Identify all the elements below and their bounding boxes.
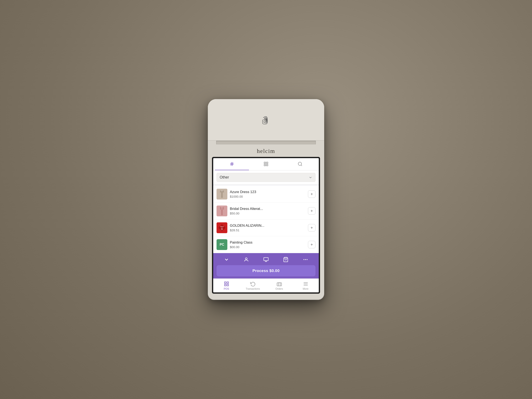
product-list: Azure Dress 123 $1000.00 + [213, 186, 319, 253]
hash-icon [229, 161, 234, 166]
pos-icon [224, 281, 229, 287]
product-info-golden: GOLDEN ALIZARIN... $28.51 [230, 224, 305, 232]
brand-label: helcim [208, 145, 324, 157]
svg-rect-9 [266, 164, 268, 166]
product-price-azure: $1000.00 [230, 195, 305, 198]
svg-rect-21 [264, 258, 268, 261]
product-name-golden: GOLDEN ALIZARIN... [230, 224, 305, 228]
painting-class-initials: PC [220, 243, 224, 247]
svg-line-5 [232, 162, 233, 166]
cart-button[interactable] [276, 256, 296, 263]
grid-icon [264, 161, 268, 166]
process-button[interactable]: Process $0.00 [216, 265, 316, 276]
more-menu-icon [303, 281, 308, 287]
golden-product-image: SALE 50% OFF [216, 222, 227, 233]
tab-search[interactable] [283, 158, 317, 170]
orders-icon [277, 281, 282, 287]
category-selected-label: Other [220, 175, 229, 180]
action-bar: Process $0.00 [213, 253, 319, 279]
product-thumbnail-bridal [216, 206, 227, 216]
svg-point-26 [305, 259, 306, 260]
app-container: Other [213, 158, 319, 292]
chevron-down-icon [224, 257, 229, 262]
transactions-icon [250, 281, 256, 287]
product-name-azure: Azure Dress 123 [230, 190, 305, 194]
product-name-bridal: Bridal Dress Alterat... [230, 207, 305, 211]
product-thumbnail-painting: PC [216, 239, 227, 250]
person-icon [244, 257, 249, 262]
collapse-button[interactable] [216, 256, 236, 263]
search-icon [298, 161, 303, 166]
product-thumbnail-golden: SALE 50% OFF [216, 222, 227, 233]
transactions-nav-label: Transactions [246, 287, 260, 290]
product-price-bridal: $50.00 [230, 212, 305, 215]
more-dots-icon [303, 257, 308, 262]
bottom-nav-pos[interactable]: POS [213, 280, 240, 291]
category-bar: Other [213, 171, 319, 184]
screen: Other [213, 158, 319, 292]
category-dropdown[interactable]: Other [216, 173, 316, 182]
screen-bezel: Other [212, 157, 320, 294]
chevron-down-icon [309, 176, 312, 179]
svg-rect-29 [227, 282, 228, 284]
svg-rect-28 [224, 282, 226, 284]
svg-line-4 [231, 162, 232, 166]
svg-point-10 [298, 162, 302, 165]
nfc-icon [256, 111, 276, 128]
svg-text:OFF: OFF [221, 229, 223, 230]
product-info-bridal: Bridal Dress Alterat... $50.00 [230, 207, 305, 215]
shopping-bag-icon [283, 257, 288, 262]
product-item[interactable]: Bridal Dress Alterat... $50.00 + [213, 203, 319, 219]
azure-dress-image [216, 189, 227, 200]
pos-nav-label: POS [224, 287, 229, 290]
product-price-golden: $28.51 [230, 228, 305, 232]
add-button-azure[interactable]: + [308, 190, 316, 198]
top-nav [213, 158, 319, 171]
add-button-golden[interactable]: + [308, 224, 316, 232]
bottom-nav-more[interactable]: More [292, 280, 319, 291]
bottom-nav-orders[interactable]: Orders [266, 280, 292, 291]
add-button-painting[interactable]: + [308, 241, 316, 248]
more-nav-label: More [303, 287, 308, 290]
svg-rect-6 [264, 162, 266, 164]
display-button[interactable] [256, 256, 276, 263]
tab-hash[interactable] [215, 158, 249, 170]
pos-terminal: helcim [208, 99, 324, 300]
printer-slot [216, 141, 316, 145]
svg-rect-8 [264, 164, 266, 166]
bridal-dress-image [216, 206, 227, 216]
product-item[interactable]: PC Painting Class $00.00 + [213, 236, 319, 253]
add-button-bridal[interactable]: + [308, 207, 316, 215]
monitor-icon [263, 257, 269, 262]
more-options-button[interactable] [296, 256, 316, 263]
terminal-body: helcim [208, 99, 324, 300]
bottom-nav: POS Transactions [213, 279, 319, 292]
contactless-area [208, 99, 324, 141]
product-item[interactable]: Azure Dress 123 $1000.00 + [213, 186, 319, 203]
svg-rect-7 [266, 162, 268, 164]
action-icons-row [216, 256, 316, 263]
svg-point-25 [304, 259, 304, 260]
svg-text:50%: 50% [221, 228, 223, 229]
svg-rect-31 [227, 284, 228, 286]
product-item[interactable]: SALE 50% OFF GOLDEN ALIZARIN... $28.51 + [213, 219, 319, 236]
svg-rect-30 [224, 284, 226, 286]
svg-point-14 [221, 208, 223, 209]
bottom-nav-transactions[interactable]: Transactions [240, 280, 266, 291]
product-info-azure: Azure Dress 123 $1000.00 [230, 190, 305, 198]
product-thumbnail-azure [216, 189, 227, 200]
orders-nav-label: Orders [275, 287, 283, 290]
product-price-painting: $00.00 [230, 245, 305, 249]
tab-grid[interactable] [249, 158, 283, 170]
svg-point-20 [245, 258, 247, 260]
svg-point-27 [307, 259, 308, 260]
product-name-painting: Painting Class [230, 241, 305, 245]
svg-line-11 [301, 165, 302, 166]
svg-text:SALE: SALE [220, 226, 224, 227]
product-info-painting: Painting Class $00.00 [230, 241, 305, 249]
customer-button[interactable] [236, 256, 256, 263]
